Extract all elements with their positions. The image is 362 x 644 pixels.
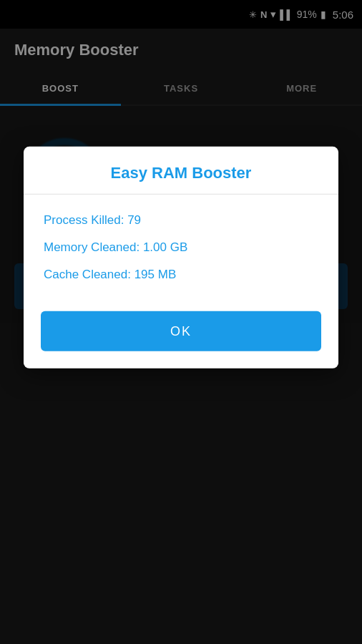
dialog-body: Process Killed: 79 Memory Cleaned: 1.00 … [24,195,338,300]
easy-ram-booster-dialog: Easy RAM Booster Process Killed: 79 Memo… [24,147,338,369]
process-killed-row: Process Killed: 79 [44,212,318,229]
dialog-actions: OK [24,300,338,369]
ok-button[interactable]: OK [41,311,321,351]
cache-cleaned-row: Cache Cleaned: 195 MB [44,265,318,283]
memory-cleaned-row: Memory Cleaned: 1.00 GB [44,239,318,256]
dialog-title: Easy RAM Booster [24,147,338,195]
